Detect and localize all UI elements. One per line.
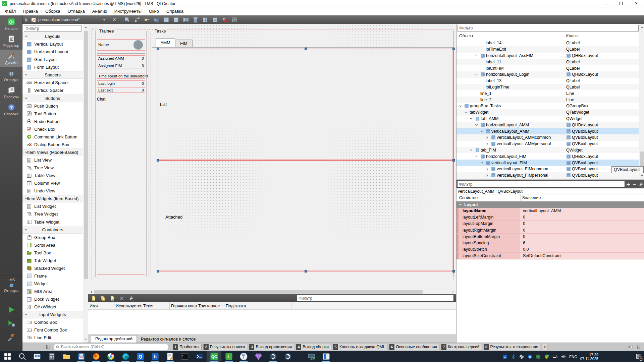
selection-handle[interactable] — [452, 159, 455, 162]
column-object[interactable]: Объект — [459, 34, 474, 38]
widget-category-containers[interactable]: Containers — [22, 226, 83, 234]
start-button[interactable] — [0, 351, 15, 362]
tree-row-line_2[interactable]: line_2Line — [457, 97, 639, 103]
widget-box-scrollbar[interactable] — [83, 24, 88, 343]
scroll-right-icon[interactable] — [450, 290, 455, 294]
widget-item-radio-button[interactable]: Radio Button — [22, 118, 83, 125]
lms-app[interactable]: L — [221, 351, 236, 362]
file-explorer[interactable] — [59, 351, 74, 362]
action-column-4[interactable]: Горячая клавиш — [170, 302, 197, 310]
action-column-3[interactable]: Текст — [142, 302, 170, 310]
widget-item-tree-widget[interactable]: Tree Widget — [22, 210, 83, 218]
form-horizontal-scrollbar[interactable] — [88, 289, 456, 294]
tree-row-line_1[interactable]: line_1Line — [457, 90, 639, 97]
widget-category-spacers[interactable]: Spacers — [22, 71, 83, 79]
field-last-exit[interactable]: Last exit0 — [97, 87, 145, 93]
tree-row-label_13[interactable]: label_13QLabel — [457, 78, 639, 84]
adjust-size-button[interactable] — [230, 16, 239, 23]
action-column-2[interactable]: Используется — [114, 302, 142, 310]
action-column-6[interactable]: Подсказка — [224, 302, 291, 310]
widget-item-list-view[interactable]: List View — [22, 156, 83, 164]
collapse-icon[interactable] — [469, 148, 473, 152]
widget-item-vertical-spacer[interactable]: Vertical Spacer — [22, 86, 83, 94]
name-row-widget[interactable]: Name — [97, 39, 145, 51]
panel-splitter[interactable] — [457, 179, 644, 180]
widget-item-font-combo-box[interactable]: FFont Combo Box — [22, 326, 83, 334]
prop-row-layoutLeftMargin[interactable]: layoutLeftMargin0 — [457, 214, 644, 221]
attached-label[interactable]: Attached — [165, 215, 182, 220]
widget-item-widget[interactable]: Widget — [22, 280, 83, 288]
widget-item-tool-button[interactable]: Tool Button — [22, 110, 83, 118]
collapse-icon[interactable] — [479, 129, 484, 133]
qt-creator[interactable]: QC — [207, 351, 221, 362]
list-label[interactable]: List — [160, 102, 167, 107]
collapse-icon[interactable] — [479, 161, 484, 165]
widget-category-input-widgets[interactable]: Input Widgets — [22, 311, 83, 318]
sidebar-toggle-icon[interactable] — [45, 344, 51, 350]
action-column-5[interactable]: Триггерное — [197, 302, 224, 310]
edit-buddies-button[interactable] — [143, 16, 151, 23]
tree-row-lblLoginTime[interactable]: lblLoginTimeQLabel — [457, 84, 639, 90]
selection-handle[interactable] — [452, 270, 455, 273]
remove-property-icon[interactable] — [632, 181, 637, 188]
prop-row-layoutName[interactable]: layoutNameverticalLayout_AMM — [457, 208, 644, 214]
field-time-spent[interactable]: Time spent on the simulator0 — [97, 73, 145, 79]
widget-category-item-widgets-item-based[interactable]: Item Widgets (Item-Based) — [22, 195, 83, 202]
scroll-up-icon[interactable] — [640, 25, 644, 30]
action-editor-filter-input[interactable] — [297, 295, 454, 301]
backup-app[interactable] — [74, 351, 89, 362]
selection-handle[interactable] — [305, 48, 307, 50]
notification-center-icon[interactable]: 14 — [635, 353, 642, 360]
object-tree-scrollbar[interactable] — [639, 24, 644, 179]
tree-row-horizontalLayout_FIM[interactable]: horizontalLayout_FIMQHBoxLayout — [457, 153, 639, 160]
action-column-1[interactable]: Имя — [88, 302, 114, 310]
menu-window[interactable]: Окно — [145, 7, 163, 15]
layout-horizontal-splitter-button[interactable] — [181, 16, 190, 23]
search-button[interactable] — [15, 351, 30, 362]
tab-fim[interactable]: FIM — [175, 40, 193, 47]
viewer-app[interactable] — [319, 351, 333, 362]
collapse-icon[interactable] — [463, 111, 468, 114]
output-pane-2[interactable]: 2Результаты поиска — [203, 344, 248, 350]
tab-amm[interactable]: AMM — [156, 38, 175, 47]
notes-app[interactable] — [162, 351, 177, 362]
fork-app[interactable] — [236, 351, 251, 362]
mode-debug[interactable]: Отладка — [0, 67, 22, 84]
widget-item-undo-view[interactable]: Undo View — [22, 187, 83, 195]
expand-icon[interactable] — [485, 136, 489, 139]
widget-item-list-widget[interactable]: List Widget — [22, 202, 83, 210]
field-last-login[interactable]: Last login0 — [97, 80, 145, 86]
edit-widgets-button[interactable] — [123, 16, 132, 23]
remote-desktop-app[interactable] — [304, 351, 319, 362]
collapse-icon[interactable] — [474, 54, 479, 57]
mail-app[interactable]: b — [148, 351, 162, 362]
selected-vertical-layout[interactable] — [158, 49, 454, 272]
widget-item-qaxwidget[interactable]: QAxWidget — [22, 303, 83, 311]
widget-item-vertical-layout[interactable]: Vertical Layout — [22, 40, 83, 48]
tree-row-label_11[interactable]: label_11QLabel — [457, 59, 639, 65]
object-inspector-filter-input[interactable] — [458, 25, 639, 32]
menu-edit[interactable]: Правка — [19, 7, 42, 15]
collapse-icon[interactable] — [458, 104, 463, 108]
property-group-layout[interactable]: Layout — [457, 201, 644, 208]
column-class[interactable]: Класс — [566, 34, 578, 38]
widget-item-table-widget[interactable]: Table Widget — [22, 218, 83, 226]
mode-design[interactable]: Дизайн — [0, 50, 22, 67]
widget-item-frame[interactable]: Frame — [22, 272, 83, 280]
tree-row-horizontalLayout_Login[interactable]: horizontalLayout_LoginQHBoxLayout — [457, 71, 639, 78]
widget-item-grid-layout[interactable]: Grid Layout — [22, 56, 83, 63]
scroll-down-icon[interactable] — [640, 173, 644, 178]
tree-row-label_14[interactable]: label_14QLabel — [457, 40, 639, 46]
widget-item-form-layout[interactable]: Form Layout — [22, 63, 83, 71]
tree-row-lblCntFIM[interactable]: lblCntFIMQLabel — [457, 65, 639, 71]
tray-steam[interactable] — [519, 354, 524, 359]
tray-q-app[interactable]: Q — [527, 354, 533, 359]
tab-signals-slots-editor[interactable]: Редактор сигналов и слотов — [137, 336, 200, 343]
kit-selector-button[interactable]: LMS Отладка — [0, 276, 22, 293]
chat-area-widget[interactable] — [97, 101, 145, 275]
groupbox-trainee[interactable]: Trainee Name Assigned AMM0Assigned FIM0T… — [95, 31, 147, 277]
scroll-down-icon[interactable] — [84, 337, 88, 342]
column-property[interactable]: Свойство — [459, 195, 478, 200]
contacts-app[interactable] — [30, 351, 44, 362]
widget-item-group-box[interactable]: Group Box — [22, 234, 83, 241]
